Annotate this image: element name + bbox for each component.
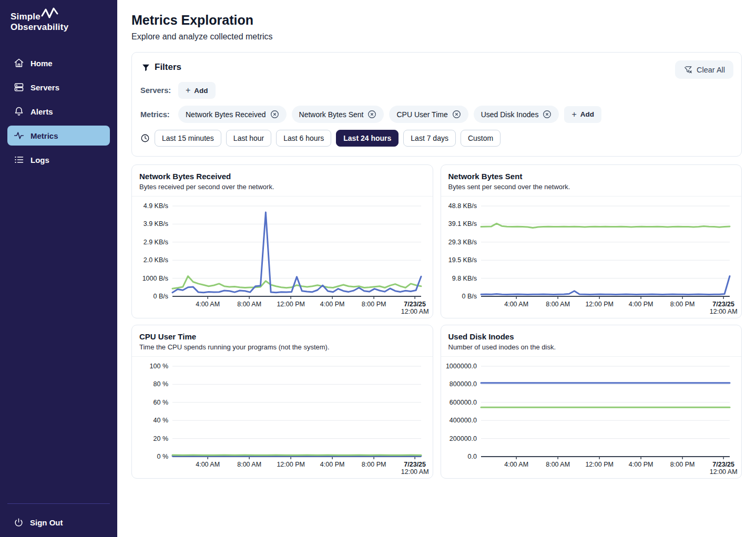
metric-chip: Used Disk Inodes [474,106,559,123]
svg-text:8:00 PM: 8:00 PM [670,301,695,308]
sign-out-label: Sign Out [30,518,63,527]
page-title: Metrics Exploration [131,13,742,28]
sidebar-item-alerts[interactable]: Alerts [7,101,110,121]
svg-text:8:00 AM: 8:00 AM [546,301,570,308]
svg-text:1000 B/s: 1000 B/s [142,275,168,282]
clear-all-button[interactable]: Clear All [675,60,733,79]
time-range-last-hour[interactable]: Last hour [226,130,271,147]
add-metric-button[interactable]: + Add [564,106,601,123]
svg-text:7/23/25: 7/23/25 [713,461,735,468]
activity-icon [14,130,24,141]
svg-text:0 %: 0 % [157,453,168,460]
svg-text:400000.0: 400000.0 [449,417,477,424]
svg-text:8:00 PM: 8:00 PM [362,461,386,468]
svg-text:80 %: 80 % [153,380,168,388]
line-chart-cpu-user-time: 0 %20 %40 %60 %80 %100 %4:00 AM8:00 AM12… [135,359,430,478]
chart-subtitle: Time the CPU spends running your program… [139,343,425,351]
svg-text:0 B/s: 0 B/s [153,293,168,300]
funnel-icon [141,63,150,72]
metrics-label: Metrics: [140,110,173,119]
svg-text:12:00 PM: 12:00 PM [277,301,305,308]
metric-chip: Network Bytes Received [178,106,287,123]
svg-text:8:00 AM: 8:00 AM [237,461,261,468]
sidebar-item-metrics[interactable]: Metrics [7,126,110,146]
metric-chip-label: CPU User Time [396,110,447,119]
metric-chip-label: Used Disk Inodes [481,110,539,119]
line-chart-used-disk-inodes: 0.0200000.0400000.0600000.0800000.010000… [443,359,739,478]
clock-icon [140,133,150,143]
chart-title: CPU User Time [139,332,425,341]
funnel-x-icon [683,65,692,74]
svg-text:39.1 KB/s: 39.1 KB/s [448,220,477,228]
svg-text:100 %: 100 % [149,363,168,370]
svg-text:40 %: 40 % [153,417,168,424]
svg-text:4:00 AM: 4:00 AM [504,461,528,468]
time-range-custom[interactable]: Custom [461,130,500,147]
page-subtitle: Explore and analyze collected metrics [131,32,742,42]
svg-text:60 %: 60 % [153,399,168,406]
svg-text:8:00 PM: 8:00 PM [362,301,386,308]
chart-header: Network Bytes Sent Bytes sent per second… [441,165,742,197]
time-range-last-15-minutes[interactable]: Last 15 minutes [155,130,221,147]
sidebar-item-label: Alerts [30,107,53,116]
svg-text:800000.0: 800000.0 [449,380,477,388]
servers-icon [14,82,24,92]
svg-text:4:00 PM: 4:00 PM [629,461,653,468]
time-range-last-7-days[interactable]: Last 7 days [403,130,456,147]
svg-text:1000000.0: 1000000.0 [446,363,477,370]
svg-text:8:00 AM: 8:00 AM [546,461,570,468]
svg-text:2.0 KB/s: 2.0 KB/s [144,256,168,264]
chart-header: Network Bytes Received Bytes received pe… [132,165,433,197]
svg-text:12:00 PM: 12:00 PM [586,301,614,308]
chart-card-used-disk-inodes: Used Disk Inodes Number of used inodes o… [441,325,742,479]
svg-text:600000.0: 600000.0 [449,399,477,406]
time-range-last-6-hours[interactable]: Last 6 hours [276,130,331,147]
remove-chip-icon[interactable] [270,110,279,119]
chart-title: Network Bytes Received [139,172,425,181]
chart-card-network-bytes-received: Network Bytes Received Bytes received pe… [131,164,433,318]
add-server-button[interactable]: + Add [178,82,216,99]
time-range-row: Last 15 minutes Last hour Last 6 hours L… [140,130,733,147]
time-range-last-24-hours[interactable]: Last 24 hours [336,130,399,147]
sign-out-button[interactable]: Sign Out [7,515,110,530]
chart-subtitle: Number of used inodes on the disk. [448,343,734,351]
svg-text:12:00 AM: 12:00 AM [710,468,738,476]
sidebar-item-label: Metrics [30,131,58,140]
chart-card-cpu-user-time: CPU User Time Time the CPU spends runnin… [131,325,433,479]
chart-header: Used Disk Inodes Number of used inodes o… [441,325,742,357]
svg-text:12:00 AM: 12:00 AM [401,468,429,476]
logo-line2: Observability [11,22,110,33]
logo-pulse-icon [41,7,62,21]
svg-text:4.9 KB/s: 4.9 KB/s [144,202,168,210]
sidebar-item-home[interactable]: Home [7,53,110,73]
add-metric-label: Add [580,110,594,118]
svg-text:7/23/25: 7/23/25 [713,301,735,308]
metrics-filter-row: Metrics: Network Bytes Received Network … [140,106,733,123]
svg-text:20 %: 20 % [153,435,168,442]
svg-text:4:00 AM: 4:00 AM [196,301,220,308]
svg-text:12:00 PM: 12:00 PM [586,461,614,468]
svg-text:12:00 PM: 12:00 PM [277,461,305,468]
line-chart-network-bytes-received: 0 B/s1000 B/s2.0 KB/s2.9 KB/s3.9 KB/s4.9… [135,199,430,317]
filters-title: Filters [155,62,181,73]
remove-chip-icon[interactable] [543,110,551,119]
sidebar: Simple Observability Home Servers Alerts [0,0,117,537]
sidebar-item-logs[interactable]: Logs [7,150,110,170]
svg-text:19.5 KB/s: 19.5 KB/s [448,256,477,264]
remove-chip-icon[interactable] [452,110,461,119]
svg-text:8:00 AM: 8:00 AM [237,301,261,308]
filters-panel: Filters Clear All Servers: + Add Metrics… [131,52,742,157]
svg-text:4:00 PM: 4:00 PM [320,301,345,308]
svg-text:4:00 AM: 4:00 AM [504,301,528,308]
power-icon [14,518,24,528]
sidebar-footer: Sign Out [7,503,110,530]
sidebar-item-label: Servers [30,83,59,92]
home-icon [14,58,24,68]
sidebar-item-servers[interactable]: Servers [7,77,110,97]
svg-text:12:00 AM: 12:00 AM [401,308,429,315]
chart-subtitle: Bytes sent per second over the network. [448,183,734,191]
servers-label: Servers: [140,86,173,95]
remove-chip-icon[interactable] [367,110,376,119]
metric-chip: Network Bytes Sent [292,106,384,123]
filters-title-row: Filters [141,62,733,73]
